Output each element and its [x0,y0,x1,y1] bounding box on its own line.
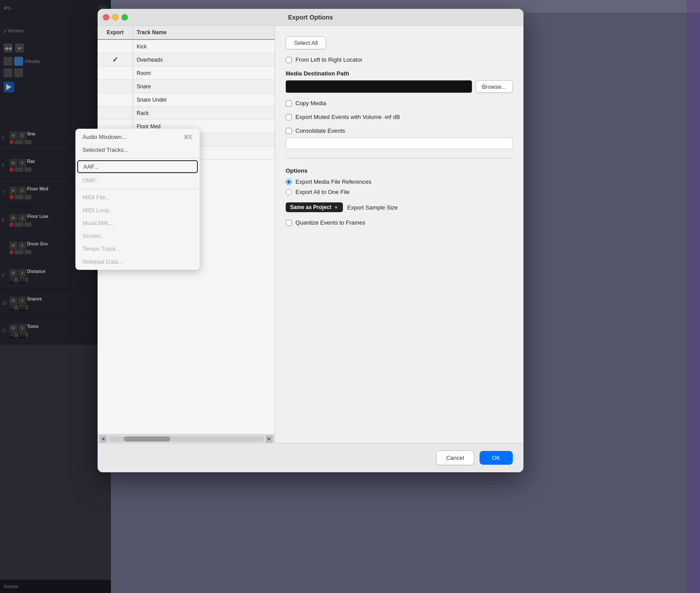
cancel-button[interactable]: Cancel [436,451,474,465]
select-all-button[interactable]: Select All [286,36,326,49]
options-section-label: Options [286,167,513,174]
track-export-rack[interactable] [98,107,133,119]
track-export-overheads[interactable]: ✓ [98,53,133,66]
options-panel: Select All From Left to Right Locator Me… [275,26,523,443]
ok-button[interactable]: OK [480,451,513,465]
consolidate-input[interactable] [286,138,513,149]
context-menu-selected-tracks-label: Selected Tracks... [83,146,128,153]
scroll-right-arrow[interactable]: ▶ [266,435,273,443]
dialog-title: Export Options [288,14,333,21]
context-menu-notepad-data[interactable]: Notepad Data... [75,255,200,268]
track-export-snare-under[interactable] [98,93,133,106]
export-all-one-file-label: Export All to One File [295,189,350,195]
section-divider [286,158,513,158]
track-row-rack[interactable]: Rack [98,107,275,120]
context-menu-scores-label: Scores... [83,233,105,239]
consolidate-events-checkbox[interactable] [286,128,292,134]
context-menu-aaf-label: AAF... [83,163,99,170]
consolidate-section: Consolidate Events [286,127,513,149]
context-menu-midi-loop[interactable]: MIDI Loop... [75,204,200,217]
consolidate-events-row: Consolidate Events [286,127,513,134]
track-export-snare[interactable] [98,80,133,93]
media-destination-label: Media Destination Path [286,70,513,77]
context-menu-aaf[interactable]: AAF... [77,160,198,173]
export-all-one-file-row: Export All to One File [286,189,513,195]
context-menu-notepad-data-label: Notepad Data... [83,258,123,265]
context-menu-midi-loop-label: MIDI Loop... [83,207,114,213]
consolidate-events-label: Consolidate Events [295,127,345,134]
options-section: Options Export Media File References Exp… [286,167,513,195]
context-menu: Audio Mixdown... ⌘E Selected Tracks... A… [75,129,200,270]
media-destination-section: Media Destination Path Browse... [286,70,513,93]
track-name-snare: Snare [133,83,275,90]
sample-size-value: Same as Project [290,204,331,210]
scroll-thumb[interactable] [124,436,170,442]
copy-media-checkbox[interactable] [286,100,292,107]
context-menu-divider-2 [75,189,200,189]
quantize-events-row: Quantize Events to Frames [286,219,513,226]
track-name-room: Room [133,70,275,76]
export-sample-size-label: Export Sample Size [347,204,398,211]
export-all-one-file-radio[interactable] [286,189,292,195]
consolidate-input-container [286,138,513,149]
track-export-kick[interactable] [98,40,133,53]
export-media-refs-row: Export Media File References [286,178,513,185]
path-input-field[interactable] [286,80,472,93]
context-menu-musicxml-label: MusicXML... [83,220,114,226]
minimize-button[interactable] [112,14,118,20]
from-left-right-locator-row: From Left to Right Locator [286,56,513,63]
scroll-left-arrow[interactable]: ◀ [99,435,106,443]
context-menu-tempo-track-label: Tempo Track... [83,245,120,252]
track-list-header: Export Track Name [98,26,275,40]
copy-media-row: Copy Media [286,100,513,107]
export-media-refs-label: Export Media File References [295,178,371,185]
dropdown-arrow-icon: ▼ [334,205,338,210]
from-left-right-locator-checkbox[interactable] [286,57,292,63]
track-name-rack: Rack [133,110,275,116]
horizontal-scrollbar: ◀ ▶ [98,434,275,443]
export-muted-checkbox[interactable] [286,114,292,120]
context-menu-omf-label: OMF... [83,177,99,184]
track-name-kick: Kick [133,43,275,50]
from-left-right-locator-label: From Left to Right Locator [295,56,362,63]
context-menu-midi-file[interactable]: MIDI File... [75,191,200,204]
path-row: Browse... [286,80,513,93]
copy-media-label: Copy Media [295,100,326,107]
context-menu-musicxml[interactable]: MusicXML... [75,217,200,229]
dialog-titlebar: Export Options [98,9,523,26]
close-button[interactable] [103,14,109,20]
dialog-footer: Cancel OK [98,443,523,472]
track-row-room[interactable]: Room [98,67,275,80]
context-menu-tempo-track[interactable]: Tempo Track... [75,242,200,255]
export-column-header: Export [98,26,133,39]
track-export-room[interactable] [98,67,133,79]
scroll-track[interactable] [108,436,264,442]
context-menu-scores[interactable]: Scores... [75,229,200,242]
browse-button[interactable]: Browse... [476,80,513,93]
track-name-overheads: Overheads [133,57,275,63]
context-menu-audio-mixdown[interactable]: Audio Mixdown... ⌘E [75,130,200,143]
track-row-kick[interactable]: Kick [98,40,275,53]
sample-size-row: Same as Project ▼ Export Sample Size [286,202,513,212]
checkmark-overheads: ✓ [112,55,118,64]
context-menu-divider-1 [75,158,200,158]
track-name-column-header: Track Name [133,26,275,39]
track-row-snare-under[interactable]: Snare Under [98,93,275,107]
export-muted-row: Export Muted Events with Volume -inf dB [286,114,513,120]
context-menu-audio-mixdown-shortcut: ⌘E [184,134,193,140]
export-muted-label: Export Muted Events with Volume -inf dB [295,114,400,120]
radio-inner-selected [287,180,291,184]
maximize-button[interactable] [122,14,128,20]
context-menu-midi-file-label: MIDI File... [83,194,110,201]
context-menu-audio-mixdown-label: Audio Mixdown... [83,134,126,140]
track-row-snare[interactable]: Snare [98,80,275,93]
context-menu-selected-tracks[interactable]: Selected Tracks... [75,143,200,156]
quantize-events-checkbox[interactable] [286,220,292,226]
track-name-snare-under: Snare Under [133,97,275,103]
quantize-events-label: Quantize Events to Frames [295,219,366,226]
context-menu-omf[interactable]: OMF... [75,174,200,187]
sample-size-dropdown[interactable]: Same as Project ▼ [286,202,343,212]
traffic-lights [103,14,128,20]
track-row-overheads[interactable]: ✓ Overheads [98,53,275,67]
export-media-refs-radio[interactable] [286,179,292,185]
